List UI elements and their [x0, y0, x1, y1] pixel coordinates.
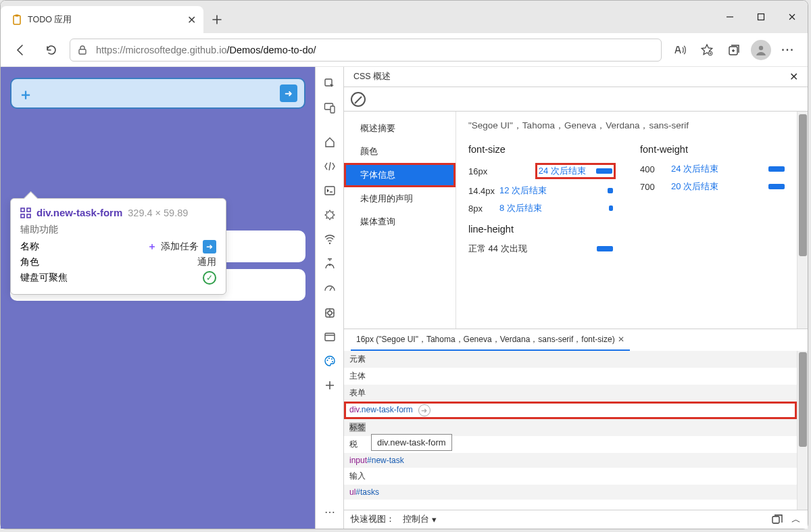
address-field[interactable]: https://microsoftedge.github.io/Demos/de… — [70, 39, 662, 62]
back-button[interactable] — [7, 37, 33, 63]
address-right-icons: ··· — [667, 37, 801, 63]
performance-icon[interactable] — [318, 252, 341, 275]
maximize-button[interactable] — [745, 1, 777, 33]
scrollbar-thumb[interactable] — [799, 352, 807, 447]
bar-icon — [597, 246, 613, 251]
sources-icon[interactable] — [318, 203, 341, 226]
device-icon[interactable] — [318, 97, 341, 120]
inspect-icon[interactable] — [318, 72, 341, 95]
close-icon[interactable]: ✕ — [618, 335, 624, 344]
a11y-dimensions: 329.4 × 59.89 — [128, 208, 188, 218]
collections-icon[interactable] — [721, 37, 747, 63]
font-weight-row[interactable]: 400 24 次后结束 — [640, 163, 785, 175]
devtools-action-bar — [344, 87, 808, 112]
a11y-tooltip: div.new-task-form 329.4 × 59.89 辅助功能 名称 … — [10, 198, 226, 295]
rendered-page: ＋ ➜ 在 1 月的汽车中换油 与苏菲的瑜伽 div.new-task-form… — [1, 67, 315, 529]
close-button[interactable] — [777, 1, 808, 33]
window-controls — [714, 1, 808, 33]
menu-item-summary[interactable]: 概述摘要 — [344, 117, 456, 140]
svg-rect-0 — [14, 16, 20, 24]
scrollbar[interactable] — [797, 112, 808, 329]
drawer-tab[interactable]: 16px ("Segoe UI"，Tahoma，Geneva，Verdana，s… — [351, 330, 630, 351]
welcome-icon[interactable] — [318, 130, 341, 153]
list-item[interactable]: 主体 — [344, 368, 797, 385]
memory-icon[interactable] — [318, 276, 341, 299]
more-button[interactable]: ··· — [775, 37, 801, 63]
font-weight-row[interactable]: 700 20 次后结束 — [640, 180, 785, 193]
line-height-row[interactable]: 正常 44 次出现 — [468, 243, 613, 255]
titlebar-spacer — [230, 1, 714, 33]
bar-icon — [768, 184, 785, 189]
devtools-title: CSS 概述 — [353, 71, 391, 82]
devtools-close-icon[interactable]: ✕ — [789, 70, 798, 83]
svg-rect-8 — [21, 214, 24, 218]
list-item[interactable]: 标签 div.new-task-form — [344, 419, 797, 436]
svg-rect-19 — [325, 333, 335, 341]
scrollbar[interactable] — [797, 351, 808, 510]
a11y-name-value: 添加任务 — [161, 241, 199, 253]
tooltip: div.new-task-form — [371, 434, 452, 451]
font-size-row[interactable]: 8px 8 次后结束 — [468, 202, 613, 214]
browser-tab[interactable]: TODO 应用 ✕ — [1, 6, 203, 33]
plus-icon: ＋ — [147, 241, 157, 253]
svg-rect-1 — [16, 15, 19, 17]
goto-icon[interactable]: ➜ — [418, 404, 431, 416]
font-family-text: "Segoe UI"，Tahoma，Geneva，Verdana，sans-se… — [468, 120, 785, 132]
css-overview-icon[interactable] — [318, 349, 341, 372]
font-size-row[interactable]: 16px 24 次后结束 — [468, 163, 613, 179]
menu-item-fonts[interactable]: 字体信息 — [344, 163, 456, 187]
clipboard-icon — [11, 14, 22, 25]
font-size-row[interactable]: 14.4px 12 次后结束 — [468, 185, 613, 197]
console-label: 快速视图： — [351, 514, 395, 525]
network-icon[interactable] — [318, 228, 341, 251]
scrollbar-thumb[interactable] — [799, 114, 807, 256]
url-text: https://microsoftedge.github.io/Demos/de… — [96, 45, 316, 55]
drawer-tabs: 16px ("Segoe UI"，Tahoma，Geneva，Verdana，s… — [344, 329, 808, 351]
chevron-up-icon[interactable]: ︿ — [791, 514, 801, 526]
menu-item-media[interactable]: 媒体查询 — [344, 210, 456, 233]
security-icon[interactable] — [318, 325, 341, 348]
console-dropdown[interactable]: 控制台▾ — [403, 514, 437, 525]
read-aloud-icon[interactable] — [667, 37, 693, 63]
svg-rect-3 — [79, 49, 86, 54]
menu-item-unused[interactable]: 未使用的声明 — [344, 187, 456, 210]
favorites-icon[interactable] — [694, 37, 720, 63]
new-tab-button[interactable] — [203, 6, 230, 33]
menu-item-colors[interactable]: 颜色 — [344, 140, 456, 163]
list-item[interactable]: 输入 — [344, 468, 797, 485]
a11y-role-value: 通用 — [197, 256, 216, 268]
browser-window: TODO 应用 ✕ https://microsoftedge.github.i… — [0, 0, 808, 529]
refresh-button[interactable] — [39, 37, 64, 63]
svg-point-20 — [326, 360, 328, 361]
more-tools-icon[interactable] — [318, 374, 341, 397]
settings-more-icon[interactable]: ⋯ — [318, 500, 341, 523]
elements-icon[interactable] — [318, 155, 341, 178]
console-icon[interactable] — [318, 179, 341, 202]
profile-avatar[interactable] — [748, 37, 774, 63]
a11y-name-label: 名称 — [20, 241, 39, 253]
list-item[interactable]: 元素 — [344, 351, 797, 368]
svg-rect-2 — [758, 14, 764, 20]
bar-icon — [609, 205, 613, 211]
tab-close-icon[interactable]: ✕ — [186, 14, 197, 25]
list-item[interactable]: ul#tasks — [344, 485, 797, 500]
list-item[interactable]: div.new-task-form➜ — [344, 402, 797, 419]
list-item[interactable]: input#new-task — [344, 453, 797, 468]
check-icon: ✓ — [203, 271, 216, 285]
grid-icon — [20, 208, 31, 218]
list-item[interactable]: 表单 — [344, 385, 797, 402]
tab-title: TODO 应用 — [28, 14, 180, 26]
devtools-drawer: 16px ("Segoe UI"，Tahoma，Geneva，Verdana，s… — [344, 329, 808, 510]
submit-icon[interactable]: ➜ — [280, 84, 297, 102]
new-task-input[interactable]: ＋ ➜ — [10, 78, 305, 109]
svg-rect-10 — [27, 214, 30, 218]
svg-rect-7 — [21, 208, 24, 212]
clear-icon[interactable] — [351, 92, 366, 107]
devtools-title-bar: CSS 概述 ✕ — [344, 67, 808, 87]
element-list: 元素 主体 表单 div.new-task-form➜ 标签 div.new-t… — [344, 351, 797, 510]
font-weight-heading: font-weight — [640, 144, 785, 155]
minimize-button[interactable] — [714, 1, 745, 33]
application-icon[interactable] — [318, 301, 341, 324]
a11y-role-label: 角色 — [20, 256, 39, 268]
dock-icon[interactable] — [771, 514, 783, 526]
